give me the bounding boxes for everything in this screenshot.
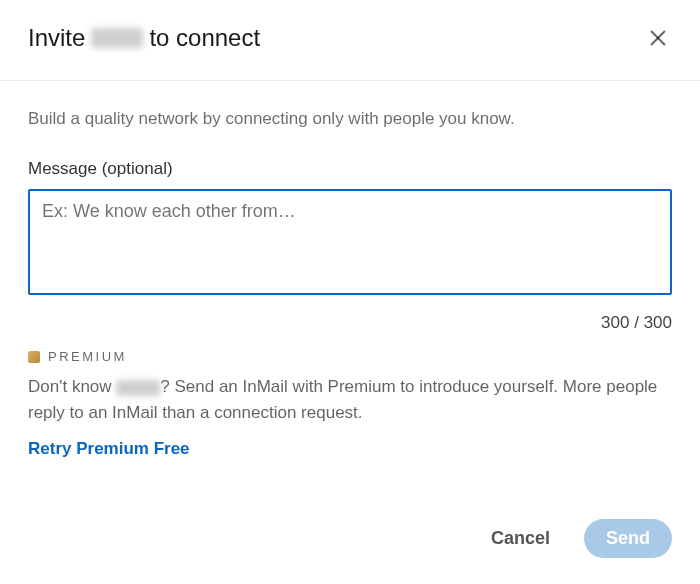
close-icon [647, 27, 669, 49]
cancel-button[interactable]: Cancel [471, 520, 570, 557]
title-prefix: Invite [28, 24, 85, 52]
premium-text: Don't know ? Send an InMail with Premium… [28, 374, 672, 425]
modal-footer: Cancel Send [0, 519, 700, 584]
modal-title: Invite to connect [28, 24, 260, 52]
retry-premium-link[interactable]: Retry Premium Free [28, 439, 190, 459]
redacted-name [91, 28, 143, 48]
premium-icon [28, 351, 40, 363]
premium-upsell: PREMIUM Don't know ? Send an InMail with… [28, 349, 672, 459]
send-button[interactable]: Send [584, 519, 672, 558]
premium-tag: PREMIUM [28, 349, 672, 364]
modal-body: Build a quality network by connecting on… [0, 81, 700, 519]
invite-modal: Invite to connect Build a quality networ… [0, 0, 700, 584]
subtitle-text: Build a quality network by connecting on… [28, 109, 672, 129]
message-label: Message (optional) [28, 159, 672, 179]
message-input[interactable] [28, 189, 672, 295]
close-button[interactable] [640, 20, 676, 56]
title-suffix: to connect [149, 24, 260, 52]
modal-header: Invite to connect [0, 0, 700, 81]
premium-badge-label: PREMIUM [48, 349, 127, 364]
redacted-name-inline [116, 380, 160, 396]
premium-text-prefix: Don't know [28, 377, 116, 396]
char-counter: 300 / 300 [28, 313, 672, 333]
